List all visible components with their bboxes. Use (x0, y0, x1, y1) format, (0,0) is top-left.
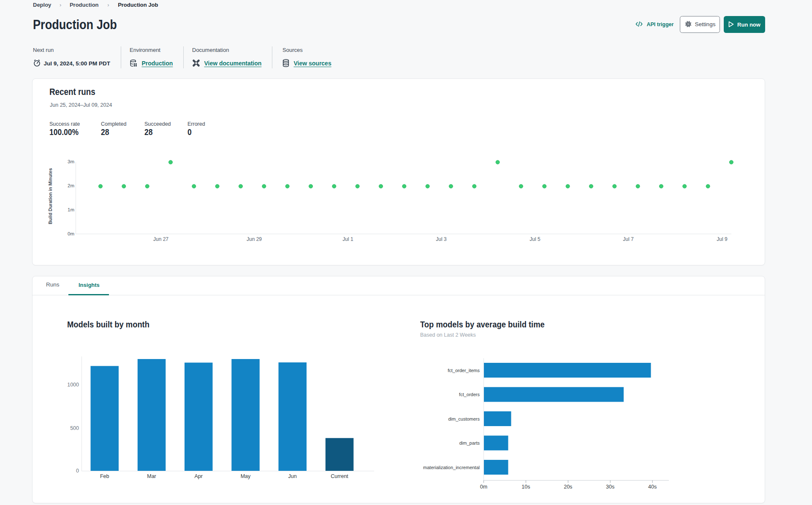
svg-text:0m: 0m (68, 231, 74, 236)
svg-text:dim_customers: dim_customers (448, 416, 480, 421)
svg-text:May: May (241, 473, 251, 479)
svg-text:30s: 30s (606, 484, 614, 490)
svg-text:0m: 0m (480, 484, 487, 490)
svg-text:dim_parts: dim_parts (459, 440, 480, 446)
svg-text:3m: 3m (68, 159, 74, 164)
svg-text:Mar: Mar (147, 473, 156, 479)
svg-text:Jun 27: Jun 27 (153, 236, 168, 242)
svg-text:Build Duration in Minutes: Build Duration in Minutes (48, 168, 53, 224)
svg-text:materialization_incremental: materialization_incremental (423, 465, 480, 470)
svg-text:20s: 20s (564, 484, 572, 490)
svg-text:Jul 1: Jul 1 (342, 236, 353, 242)
svg-text:40s: 40s (648, 484, 657, 490)
svg-text:fct_order_items: fct_order_items (448, 368, 480, 373)
svg-text:500: 500 (70, 425, 79, 431)
svg-text:Jul 3: Jul 3 (436, 236, 447, 242)
svg-text:Feb: Feb (100, 473, 109, 479)
svg-text:0: 0 (76, 468, 79, 474)
svg-text:1m: 1m (68, 207, 74, 212)
svg-text:Jun 29: Jun 29 (247, 236, 262, 242)
svg-text:Jul 9: Jul 9 (717, 236, 728, 242)
svg-text:Jul 5: Jul 5 (530, 236, 540, 242)
svg-text:10s: 10s (521, 484, 530, 490)
svg-text:Jun: Jun (288, 473, 297, 479)
svg-text:Jul 7: Jul 7 (623, 236, 634, 242)
svg-text:Apr: Apr (194, 473, 202, 479)
svg-text:2m: 2m (68, 183, 74, 188)
svg-text:Current: Current (331, 473, 348, 479)
svg-text:1000: 1000 (67, 382, 79, 388)
svg-text:fct_orders: fct_orders (459, 392, 480, 397)
